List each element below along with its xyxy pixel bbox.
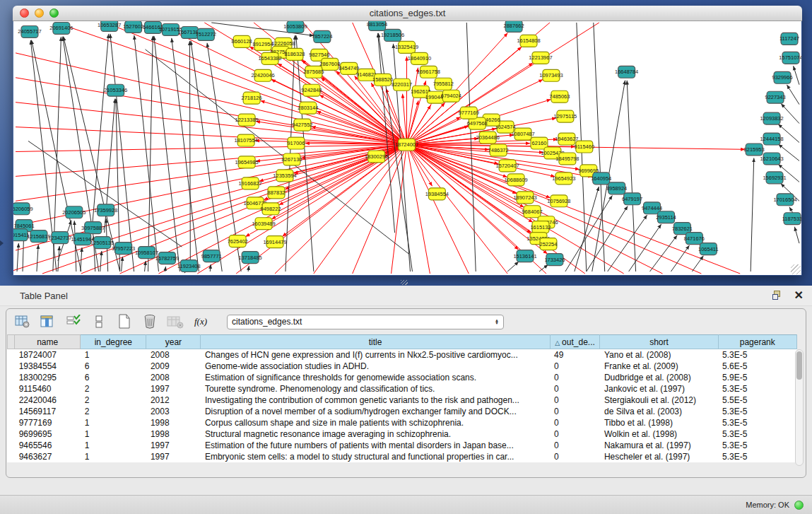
table-row[interactable]: 2242004622012Investigating the contribut… [8,395,797,406]
network-node-8186328[interactable]: 8186328 [284,48,305,60]
network-node-12213967[interactable]: 12213967 [529,52,552,64]
network-node-7512272[interactable]: 7512272 [196,28,216,40]
select-rows-icon[interactable] [64,313,83,330]
sidebar-collapse-arrow-icon[interactable] [0,240,4,246]
float-panel-icon[interactable] [772,291,783,301]
network-node-7485063[interactable]: 7485063 [549,90,570,103]
network-node-1733426[interactable]: 1733426 [544,254,565,266]
network-node-887832[interactable]: 887832 [268,187,286,199]
network-node-19218506[interactable]: 19218506 [381,29,404,41]
network-node-15720407[interactable]: 15720407 [495,160,519,172]
network-node-9329966[interactable]: 9329966 [772,71,792,83]
network-node-1187533[interactable]: 1187533 [782,213,801,225]
network-node-16053809[interactable]: 16053809 [283,21,307,33]
network-node-9242848[interactable]: 9242848 [301,84,322,96]
network-node-16782759[interactable]: 16782759 [155,252,179,264]
network-node-17957223[interactable]: 17957223 [112,243,135,255]
network-node-15692931[interactable]: 15692931 [763,172,786,184]
network-node-16039489[interactable]: 16039489 [252,218,275,230]
network-node-12353594[interactable]: 12353594 [273,170,296,182]
scrollbar-thumb[interactable] [796,351,802,380]
table-source-select[interactable]: citations_edges.txt ▲▼ [227,315,504,329]
network-node-9227343[interactable]: 9227343 [765,91,786,103]
network-node-8215953[interactable]: 8215953 [744,144,765,156]
network-node-12342737[interactable]: 12342737 [48,232,71,244]
network-node-10653287[interactable]: 10653287 [98,21,121,31]
network-node-8660128[interactable]: 8660128 [232,35,252,47]
network-node-18907243[interactable]: 18907243 [513,192,536,204]
network-node-25206059[interactable]: 25206059 [13,203,33,215]
column-header-pagerank[interactable]: pagerank [718,335,796,349]
network-node-20691406[interactable]: 20691406 [49,22,73,34]
network-node-9427552[interactable]: 9427552 [292,119,312,131]
network-node-1065411[interactable]: 1065411 [698,243,719,255]
network-node-13325419[interactable]: 13325419 [395,41,418,53]
network-node-24055717[interactable]: 24055717 [18,25,41,37]
network-node-11923408[interactable]: 11923408 [177,260,201,272]
network-node-1640954[interactable]: 1640954 [591,173,611,185]
column-header-title[interactable]: title [201,335,550,349]
network-node-20206505[interactable]: 20206505 [62,206,86,218]
network-node-12975115[interactable]: 12975115 [554,110,577,122]
network-node-19654985[interactable]: 19654985 [235,156,259,168]
network-node-15751074[interactable]: 15751074 [779,52,801,64]
network-node-7857224[interactable]: 7857224 [312,30,332,42]
network-node-8471676[interactable]: 8471676 [684,233,705,245]
network-canvas[interactable]: 1872400786601288912954122260589827503165… [13,21,801,275]
table-settings-icon[interactable] [13,313,32,330]
network-node-2887662[interactable]: 2887662 [504,21,524,32]
network-node-12093832[interactable]: 12093832 [760,112,783,124]
column-header-out_de[interactable]: △out_de... [550,335,600,349]
network-node-16648784[interactable]: 16648784 [615,66,638,78]
table-row[interactable]: 1456911722003Disruption of a novel membe… [8,406,797,417]
network-node-18640910[interactable]: 18640910 [408,52,431,64]
column-edit-icon[interactable] [39,313,57,330]
table-row[interactable]: 1872400712008Changes of HCN gene express… [8,349,797,361]
column-header-in_degree[interactable]: in_degree [81,335,146,349]
network-node-18107554[interactable]: 18107554 [235,134,258,146]
table-row[interactable]: 969969511998Structural magnetic resonanc… [8,428,797,440]
network-node-252254[interactable]: 252254 [539,238,557,250]
network-node-7955812[interactable]: 7955812 [433,78,454,90]
network-node-15136141[interactable]: 15136141 [513,250,536,262]
network-node-8267130[interactable]: 8267130 [281,153,302,165]
table-row[interactable]: 911546021997Tourette syndrome. Phenomeno… [8,383,797,395]
table-row[interactable]: 946362711997Embryonic stem cells: a mode… [8,451,797,462]
network-node-19384554[interactable]: 19384554 [425,188,449,200]
network-node-18300295[interactable]: 18300295 [365,151,388,163]
network-node-16961758[interactable]: 16961758 [417,66,440,78]
network-node-10688609[interactable]: 10688609 [504,174,527,186]
network-node-12213389[interactable]: 12213389 [235,114,259,126]
network-node-16210643[interactable]: 16210643 [760,153,783,165]
network-node-9498222[interactable]: 9498222 [260,203,281,215]
resize-grip-icon[interactable] [791,264,801,274]
new-document-icon[interactable] [115,313,134,330]
network-node-1117247[interactable]: 1117247 [779,33,799,45]
network-node-2935114[interactable]: 2935114 [656,211,676,223]
network-node-16914479[interactable]: 16914479 [263,236,286,248]
network-node-19654923[interactable]: 19654923 [552,173,575,185]
network-node-9857771[interactable]: 9857771 [201,250,222,262]
network-node-13718485[interactable]: 13718485 [239,252,262,264]
close-panel-icon[interactable]: ✕ [794,290,804,301]
delete-table-icon[interactable] [166,313,184,330]
network-node-12444158[interactable]: 12444158 [760,133,783,145]
network-node-7625402[interactable]: 7625402 [228,235,248,247]
network-node-21053346[interactable]: 21053346 [104,84,127,96]
network-node-1588520[interactable]: 1588520 [372,74,393,86]
network-node-16154808[interactable]: 16154808 [517,35,540,47]
splitter-grip[interactable] [401,280,408,285]
network-node-12156819[interactable]: 12156819 [27,230,50,243]
vertical-scrollbar[interactable] [795,349,804,466]
column-header-short[interactable]: short [600,335,718,349]
network-node-8813054[interactable]: 8813054 [367,21,387,30]
network-node-10973493[interactable]: 10973493 [539,69,563,81]
network-node-9777169[interactable]: 9777169 [459,107,479,119]
function-builder-icon[interactable]: f(x) [192,313,210,330]
network-node-20364486[interactable]: 20364486 [476,132,500,144]
network-node-18724007[interactable]: 18724007 [395,139,418,151]
network-node-6794024[interactable]: 6794024 [441,90,461,102]
column-header-name[interactable]: name [15,335,81,349]
network-node-9115460[interactable]: 9115460 [575,141,595,153]
trash-icon[interactable] [141,313,159,330]
